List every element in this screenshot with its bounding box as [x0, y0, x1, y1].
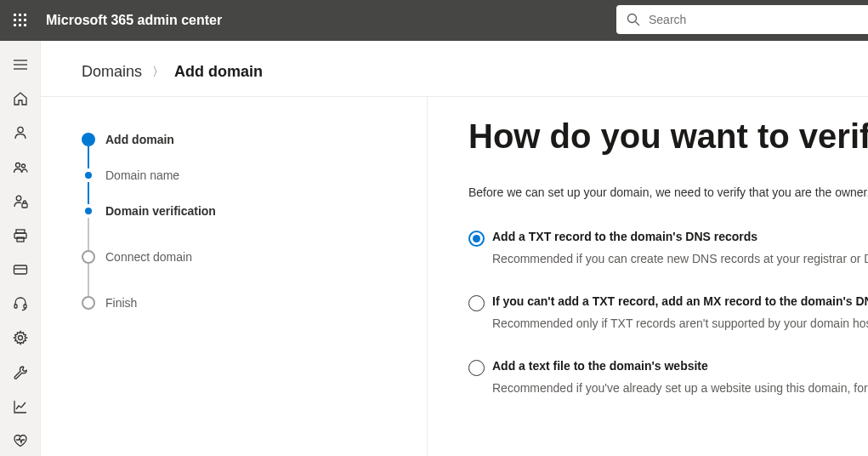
step-domain-name[interactable]: Domain name: [82, 168, 427, 182]
nav-support[interactable]: [0, 288, 41, 319]
option-txt-record[interactable]: Add a TXT record to the domain's DNS rec…: [468, 230, 868, 265]
svg-rect-4: [19, 19, 21, 21]
step-label: Finish: [105, 296, 137, 310]
svg-rect-7: [19, 24, 21, 26]
app-launcher-button[interactable]: [0, 0, 41, 41]
nav-rail: [0, 41, 41, 456]
step-label: Connect domain: [105, 250, 192, 264]
svg-point-9: [628, 14, 637, 23]
page-heading: How do you want to verify your domain?: [468, 116, 868, 157]
breadcrumb-current: Add domain: [174, 63, 263, 81]
step-label: Add domain: [105, 133, 174, 146]
nav-toggle-button[interactable]: [0, 49, 41, 80]
svg-rect-2: [24, 14, 26, 16]
nav-users[interactable]: [0, 117, 41, 148]
svg-rect-3: [14, 19, 16, 21]
svg-rect-25: [24, 305, 26, 308]
chart-icon: [13, 399, 28, 414]
person-lock-icon: [13, 194, 28, 209]
nav-setup[interactable]: [0, 357, 41, 388]
option-title: Add a text file to the domain's website: [492, 359, 868, 373]
option-mx-record[interactable]: If you can't add a TXT record, add an MX…: [468, 294, 868, 330]
chevron-right-icon: 〉: [152, 65, 164, 80]
radio-icon[interactable]: [468, 360, 485, 376]
svg-point-14: [17, 128, 22, 133]
svg-rect-1: [19, 14, 21, 16]
radio-icon[interactable]: [468, 295, 485, 311]
step-connect-domain: Connect domain: [82, 250, 427, 264]
svg-rect-18: [22, 203, 27, 208]
headset-icon: [13, 296, 28, 311]
option-desc: Recommended if you can create new DNS re…: [492, 252, 868, 265]
intro-text: Before we can set up your domain, we nee…: [468, 185, 868, 199]
nav-home[interactable]: [0, 83, 41, 114]
nav-health[interactable]: [0, 425, 41, 456]
svg-point-15: [15, 162, 20, 167]
option-title: Add a TXT record to the domain's DNS rec…: [492, 230, 868, 243]
nav-resources[interactable]: [0, 220, 41, 251]
svg-rect-0: [14, 14, 16, 16]
option-desc: Recommended only if TXT records aren't s…: [492, 316, 868, 330]
radio-icon[interactable]: [468, 231, 485, 247]
nav-roles[interactable]: [0, 186, 41, 217]
svg-line-10: [636, 22, 640, 26]
svg-rect-6: [14, 24, 16, 26]
heart-icon: [13, 433, 28, 448]
step-marker-icon: [85, 172, 92, 179]
svg-point-16: [21, 164, 25, 168]
app-title: Microsoft 365 admin center: [46, 13, 222, 28]
option-title: If you can't add a TXT record, add an MX…: [492, 294, 868, 308]
step-marker-icon: [82, 296, 95, 310]
step-label: Domain verification: [105, 204, 216, 218]
gear-icon: [13, 330, 28, 345]
svg-rect-8: [24, 24, 26, 26]
wizard-steps: Add domain Domain name Domain verificati…: [41, 97, 428, 456]
search-box[interactable]: [616, 5, 868, 34]
svg-point-17: [16, 196, 21, 201]
breadcrumb-parent[interactable]: Domains: [82, 63, 142, 81]
nav-groups[interactable]: [0, 152, 41, 183]
step-marker-icon: [82, 133, 95, 146]
people-icon: [13, 160, 28, 175]
card-icon: [13, 262, 28, 277]
person-icon: [13, 125, 28, 140]
step-domain-verification[interactable]: Domain verification: [82, 204, 427, 218]
svg-point-26: [18, 336, 22, 340]
step-label: Domain name: [105, 168, 179, 182]
search-icon: [627, 13, 640, 26]
step-marker-icon: [85, 208, 92, 214]
waffle-icon: [14, 14, 27, 27]
svg-rect-5: [24, 19, 26, 21]
nav-billing[interactable]: [0, 254, 41, 285]
option-text-file[interactable]: Add a text file to the domain's website …: [468, 359, 868, 395]
option-desc: Recommended if you've already set up a w…: [492, 381, 868, 395]
main-content: Domains 〉 Add domain Add domain Domain n…: [41, 41, 868, 456]
verification-panel: How do you want to verify your domain? B…: [428, 97, 868, 456]
step-finish: Finish: [82, 296, 427, 310]
svg-rect-22: [14, 265, 26, 274]
step-add-domain: Add domain: [82, 133, 427, 146]
home-icon: [13, 91, 28, 106]
svg-rect-24: [14, 305, 17, 308]
wrench-icon: [13, 365, 28, 380]
step-marker-icon: [82, 250, 95, 264]
nav-reports[interactable]: [0, 391, 41, 422]
nav-settings[interactable]: [0, 322, 41, 353]
printer-icon: [13, 228, 28, 243]
breadcrumb: Domains 〉 Add domain: [41, 41, 868, 97]
hamburger-icon: [13, 57, 28, 72]
search-input[interactable]: [649, 13, 858, 26]
top-bar: Microsoft 365 admin center: [0, 0, 868, 41]
verify-options: Add a TXT record to the domain's DNS rec…: [468, 230, 868, 395]
